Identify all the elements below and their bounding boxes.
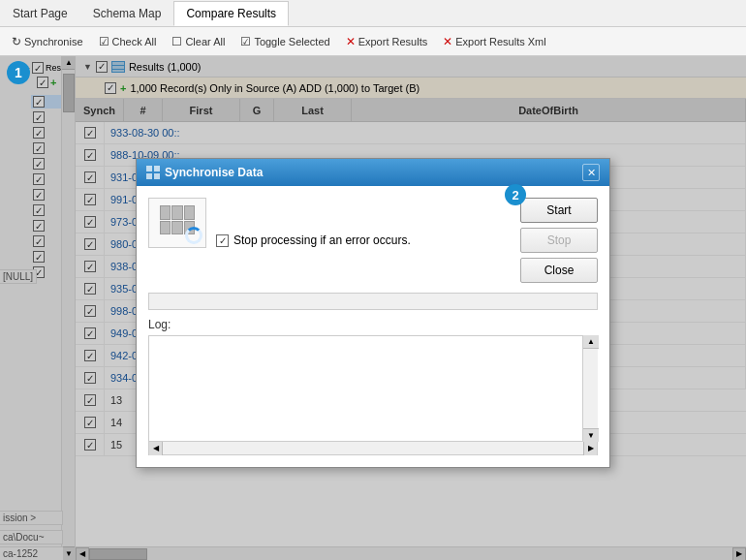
log-container: ▲ ▼ ◀ ▶ [148,335,598,455]
check-all-icon: ☑ [99,35,109,48]
log-h-scroll-track [163,443,583,454]
modal-buttons-area: 2 Start Stop Close [520,198,598,283]
clear-all-icon: ☐ [171,35,182,48]
modal-top-row: Stop processing if an error occurs. 2 St… [148,198,598,283]
synchronise-button[interactable]: ↻ Synchronise [5,32,90,51]
tab-bar: Start Page Schema Map Compare Results [0,0,746,27]
sync-dialog: Synchronise Data ✕ [136,158,610,468]
stop-button[interactable]: Stop [520,228,598,253]
log-section: Log: ▲ ▼ ◀ [148,318,598,455]
tab-start-page[interactable]: Start Page [0,1,80,26]
log-h-scroll-right[interactable]: ▶ [583,442,597,455]
tab-schema-map[interactable]: Schema Map [80,1,174,26]
log-scroll-track [583,349,598,428]
progress-bar [148,293,598,310]
modal-checkbox-area: Stop processing if an error occurs. [216,198,506,283]
modal-title: Synchronise Data [146,166,263,179]
log-scrollbar[interactable]: ▲ ▼ [582,335,598,442]
export-xml-icon: ✕ [443,35,452,48]
start-button[interactable]: Start [520,198,598,223]
modal-overlay: Synchronise Data ✕ [0,56,746,560]
log-textarea[interactable] [148,335,598,442]
spinner [185,227,202,244]
modal-icon-area [148,198,206,248]
toolbar: ↻ Synchronise ☑ Check All ☐ Clear All ☑ … [0,27,746,56]
step-badge-2: 2 [505,184,526,205]
stop-processing-cb[interactable] [216,234,229,247]
main-area: 1 ▶ Results + [0,56,746,560]
modal-body: Stop processing if an error occurs. 2 St… [137,186,609,467]
log-scroll-up[interactable]: ▲ [583,335,599,349]
svg-rect-6 [154,173,160,179]
stop-processing-label[interactable]: Stop processing if an error occurs. [216,233,411,247]
sync-icon: ↻ [12,35,21,48]
toggle-selected-icon: ☑ [240,35,251,48]
svg-rect-5 [146,173,152,179]
check-all-button[interactable]: ☑ Check All [92,32,164,51]
clear-all-button[interactable]: ☐ Clear All [165,32,232,51]
export-results-xml-button[interactable]: ✕ Export Results Xml [436,32,553,51]
close-button[interactable]: Close [520,258,598,283]
svg-rect-4 [154,166,160,171]
toggle-selected-button[interactable]: ☑ Toggle Selected [233,32,336,51]
modal-title-icon [146,166,160,179]
svg-rect-3 [146,166,152,171]
log-h-scrollbar[interactable]: ◀ ▶ [148,442,598,455]
tab-compare-results[interactable]: Compare Results [173,1,289,26]
log-label: Log: [148,318,598,331]
modal-title-bar: Synchronise Data ✕ [137,159,609,186]
log-scroll-down[interactable]: ▼ [583,428,599,442]
log-h-scroll-left[interactable]: ◀ [149,442,163,455]
step-badge-1: 1 [7,61,30,84]
export-results-button[interactable]: ✕ Export Results [339,32,435,51]
modal-close-x[interactable]: ✕ [582,164,600,181]
export-icon: ✕ [346,35,356,48]
